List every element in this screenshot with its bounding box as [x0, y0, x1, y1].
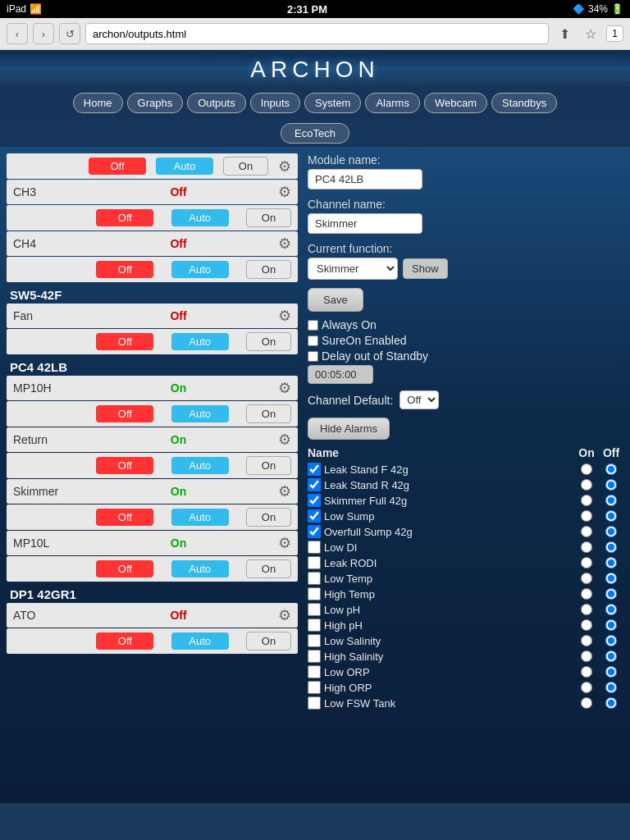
skimmer-gear-icon[interactable]: ⚙: [278, 482, 291, 500]
sure-on-checkbox[interactable]: [308, 336, 318, 346]
alarm-off-radio[interactable]: [605, 479, 617, 491]
alarm-off-radio[interactable]: [605, 526, 617, 537]
skimmer-auto-button[interactable]: Auto: [171, 509, 229, 526]
alarm-off-radio[interactable]: [605, 635, 617, 646]
nav-standbys[interactable]: Standbys: [491, 93, 557, 113]
top-off-button[interactable]: Off: [89, 158, 146, 175]
mp10l-on-button[interactable]: On: [246, 559, 291, 578]
alarm-on-radio[interactable]: [581, 495, 592, 506]
alarm-checkbox[interactable]: [308, 478, 321, 491]
alarm-on-radio[interactable]: [581, 682, 592, 693]
nav-inputs[interactable]: Inputs: [250, 93, 300, 113]
module-name-input[interactable]: [308, 169, 422, 189]
ch4-off-button[interactable]: Off: [96, 261, 153, 278]
alarm-off-radio[interactable]: [605, 619, 617, 631]
mp10h-on-button[interactable]: On: [246, 404, 291, 423]
alarm-on-radio[interactable]: [581, 619, 592, 631]
alarm-on-radio[interactable]: [581, 557, 592, 568]
mp10l-auto-button[interactable]: Auto: [171, 560, 229, 578]
bookmark-button[interactable]: ☆: [580, 23, 601, 44]
alarm-on-radio[interactable]: [581, 510, 592, 522]
mp10l-off-button[interactable]: Off: [96, 560, 153, 578]
nav-webcam[interactable]: Webcam: [424, 93, 487, 113]
reload-button[interactable]: ↺: [59, 23, 80, 44]
forward-button[interactable]: ›: [33, 23, 54, 44]
alarm-off-radio[interactable]: [605, 651, 617, 662]
nav-ecotech[interactable]: EcoTech: [281, 123, 349, 144]
alarm-checkbox[interactable]: [308, 619, 321, 632]
nav-home[interactable]: Home: [73, 93, 123, 113]
delay-standby-checkbox[interactable]: [308, 351, 318, 362]
alarm-off-radio[interactable]: [605, 573, 617, 584]
alarm-checkbox[interactable]: [308, 587, 321, 600]
ch3-off-button[interactable]: Off: [96, 209, 153, 226]
alarm-on-radio[interactable]: [581, 651, 592, 662]
alarm-on-radio[interactable]: [581, 697, 592, 709]
ch4-gear-icon[interactable]: ⚙: [278, 235, 291, 253]
nav-system[interactable]: System: [304, 93, 361, 113]
alarm-checkbox[interactable]: [308, 463, 321, 476]
alarm-off-radio[interactable]: [605, 588, 617, 600]
alarm-on-radio[interactable]: [581, 666, 592, 678]
return-gear-icon[interactable]: ⚙: [278, 431, 291, 449]
mp10l-gear-icon[interactable]: ⚙: [278, 534, 291, 552]
alarm-off-radio[interactable]: [605, 557, 617, 568]
alarm-off-radio[interactable]: [605, 541, 617, 553]
delay-value-input[interactable]: [308, 365, 373, 384]
ato-gear-icon[interactable]: ⚙: [278, 606, 291, 624]
return-auto-button[interactable]: Auto: [171, 457, 229, 474]
return-off-button[interactable]: Off: [96, 457, 153, 474]
ch3-gear-icon[interactable]: ⚙: [278, 183, 291, 201]
alarm-off-radio[interactable]: [605, 682, 617, 693]
alarm-checkbox[interactable]: [308, 556, 321, 569]
function-select[interactable]: Skimmer Return Light Fan Heater ATO: [308, 258, 398, 280]
top-on-button[interactable]: On: [223, 157, 268, 176]
ato-auto-button[interactable]: Auto: [171, 632, 229, 650]
nav-alarms[interactable]: Alarms: [365, 93, 419, 113]
ch3-auto-button[interactable]: Auto: [171, 209, 229, 226]
alarm-on-radio[interactable]: [581, 526, 592, 537]
alarm-off-radio[interactable]: [605, 604, 617, 615]
alarm-off-radio[interactable]: [605, 463, 617, 475]
url-bar[interactable]: [85, 23, 549, 44]
alarm-on-radio[interactable]: [581, 588, 592, 600]
ch3-on-button[interactable]: On: [246, 208, 291, 227]
alarm-off-radio[interactable]: [605, 495, 617, 506]
alarm-checkbox[interactable]: [308, 572, 321, 585]
nav-outputs[interactable]: Outputs: [187, 93, 246, 113]
tab-count[interactable]: 1: [606, 25, 623, 42]
alarm-checkbox[interactable]: [308, 603, 321, 616]
alarm-checkbox[interactable]: [308, 494, 321, 507]
alarm-on-radio[interactable]: [581, 604, 592, 615]
nav-graphs[interactable]: Graphs: [127, 93, 184, 113]
alarm-on-radio[interactable]: [581, 635, 592, 646]
top-gear-icon[interactable]: ⚙: [278, 158, 291, 176]
show-button[interactable]: Show: [403, 258, 448, 279]
top-auto-button[interactable]: Auto: [156, 158, 213, 175]
alarm-checkbox[interactable]: [308, 509, 321, 523]
alarm-on-radio[interactable]: [581, 463, 592, 475]
always-on-checkbox[interactable]: [308, 320, 318, 331]
hide-alarms-button[interactable]: Hide Alarms: [308, 418, 390, 440]
alarm-on-radio[interactable]: [581, 573, 592, 584]
alarm-off-radio[interactable]: [605, 666, 617, 678]
mp10h-auto-button[interactable]: Auto: [171, 405, 229, 422]
fan-off-button[interactable]: Off: [96, 333, 153, 350]
mp10h-off-button[interactable]: Off: [96, 405, 153, 422]
fan-on-button[interactable]: On: [246, 332, 291, 351]
alarm-checkbox[interactable]: [308, 681, 321, 694]
alarm-checkbox[interactable]: [308, 525, 321, 538]
return-on-button[interactable]: On: [246, 456, 291, 475]
channel-name-input[interactable]: [308, 213, 422, 234]
alarm-checkbox[interactable]: [308, 650, 321, 663]
share-button[interactable]: ⬆: [554, 23, 575, 44]
alarm-off-radio[interactable]: [605, 510, 617, 522]
alarm-checkbox[interactable]: [308, 541, 321, 554]
skimmer-off-button[interactable]: Off: [96, 509, 153, 526]
alarm-checkbox[interactable]: [308, 665, 321, 678]
fan-auto-button[interactable]: Auto: [171, 333, 229, 350]
ato-off-button[interactable]: Off: [96, 632, 153, 650]
alarm-checkbox[interactable]: [308, 696, 321, 710]
ch4-on-button[interactable]: On: [246, 260, 291, 279]
channel-default-select[interactable]: Off On: [399, 390, 439, 409]
